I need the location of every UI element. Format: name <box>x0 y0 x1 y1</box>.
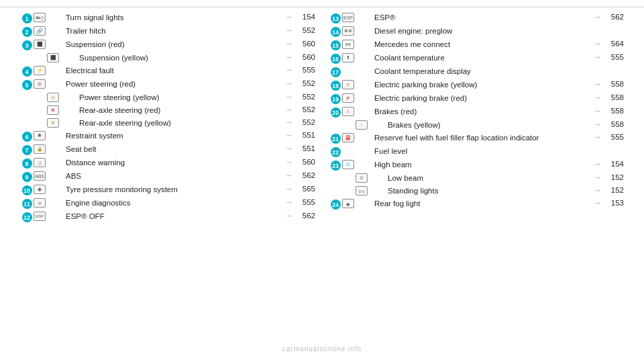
entry-label: Reserve fuel with fuel filler flap locat… <box>372 133 591 144</box>
list-item: ⊙ Low beam → 152 <box>329 173 624 185</box>
entry-icons: 🔗 <box>34 26 63 36</box>
entry-num: 7 <box>20 144 34 155</box>
entry-icons: ⊙ <box>342 160 372 169</box>
list-item: ! Brakes (yellow) → 558 <box>329 120 624 132</box>
entry-label: ESP® <box>372 13 591 24</box>
entry-label: Suspension (yellow) <box>76 53 282 64</box>
restraint-icon: ✱ <box>34 131 46 140</box>
list-item: ◎ Power steering (yellow) → 552 <box>20 93 315 104</box>
entry-icons: ✱ <box>34 131 63 140</box>
rear_fog-icon: ▣ <box>342 199 354 208</box>
entry-num: 20 <box>329 107 342 118</box>
rear_axle_yellow-icon: ⊛ <box>47 118 59 128</box>
brakes_yellow-icon: ! <box>356 120 368 130</box>
entry-num: 21 <box>329 133 342 144</box>
entry-label: Tyre pressure monitoring system <box>63 185 282 195</box>
entry-icons: ! <box>356 120 385 130</box>
entry-num: 19 <box>329 93 342 104</box>
entry-icons: ⊙ <box>356 173 385 183</box>
entry-icons: ◉ <box>34 185 63 194</box>
entry-icons: ▣ <box>342 199 372 208</box>
entry-icons: ⇆◇ <box>34 13 63 22</box>
entry-label: Diesel engine: preglow <box>372 26 594 37</box>
entry-label: ESP® OFF <box>63 212 282 222</box>
entry-num: 12 <box>20 212 34 222</box>
list-item: 21 ⛽ Reserve fuel with fuel filler flap … <box>329 133 624 145</box>
list-item: 17 Coolant temperature display <box>329 66 624 79</box>
tyre-icon: ◉ <box>34 185 46 194</box>
esp-icon: ESP <box>342 13 354 22</box>
list-item: 22 Fuel level <box>329 146 624 159</box>
entry-icons: ⛽ <box>342 133 372 142</box>
entry-num: 24 <box>329 199 342 210</box>
right-column: 13 ESP ESP® → 562 14 ⊗⊗ Diesel engine: p… <box>329 13 624 225</box>
coolant-icon: ⬆ <box>342 53 354 62</box>
power_steering_yellow-icon: ◎ <box>47 93 59 102</box>
entry-icons: 🔒 <box>34 144 63 154</box>
turn_signal-icon: ⇆◇ <box>34 13 46 22</box>
entry-label: Rear-axle steering (yellow) <box>76 118 282 129</box>
entry-label: Power steering (red) <box>63 79 282 90</box>
list-item: 2 🔗 Trailer hitch → 552 <box>20 26 315 38</box>
entry-label: Power steering (yellow) <box>76 93 282 103</box>
page-header <box>0 0 644 7</box>
entry-icons: ME <box>342 40 372 49</box>
entry-label: Mercedes me connect <box>372 40 591 50</box>
entry-label: Trailer hitch <box>63 26 282 37</box>
esp_off-icon: ESP <box>34 212 46 221</box>
epb_red-icon: P <box>342 93 354 103</box>
entry-num: 2 <box>20 26 34 37</box>
entry-label: Restraint system <box>63 131 282 142</box>
entry-num: 3 <box>20 40 34 50</box>
entry-num: 22 <box>329 146 342 157</box>
entry-num: 6 <box>20 131 34 142</box>
entry-num: 15 <box>329 40 342 50</box>
list-item: ⊛ Rear-axle steering (red) → 552 <box>20 105 315 117</box>
entry-icons: ⊙⊙ <box>356 186 385 195</box>
entry-num: 14 <box>329 26 342 37</box>
list-item: 12 ESP ESP® OFF → 562 <box>20 212 315 224</box>
entry-num: 17 <box>329 66 342 77</box>
entry-icons: ◎ <box>47 93 76 102</box>
entry-icons: ESP <box>342 13 372 22</box>
list-item: 11 ⛭ Engine diagnostics → 555 <box>20 198 315 210</box>
entry-icons: ◎ <box>34 79 63 89</box>
entry-icons: △ <box>34 158 63 167</box>
list-item: 9 ABS ABS → 562 <box>20 171 315 183</box>
entry-num: 11 <box>20 198 34 209</box>
list-item: ⊙⊙ Standing lights → 152 <box>329 186 624 197</box>
entry-icons: ⊛ <box>47 118 76 128</box>
list-item: 13 ESP ESP® → 562 <box>329 13 624 25</box>
entry-label: Turn signal lights <box>63 13 282 24</box>
entry-num: 9 <box>20 171 34 182</box>
seatbelt-icon: 🔒 <box>34 144 46 154</box>
entry-label: Seat belt <box>63 144 282 155</box>
entry-label: Standing lights <box>385 186 591 197</box>
distance-icon: △ <box>34 158 46 167</box>
list-item: 23 ⊙ High beam → 154 <box>329 160 624 172</box>
entry-label: Engine diagnostics <box>63 198 282 209</box>
entry-num: 18 <box>329 80 342 91</box>
power_steering_red-icon: ◎ <box>34 79 46 89</box>
entry-icons: ⬛ <box>47 53 76 62</box>
mercedes_me-icon: ME <box>342 40 354 49</box>
entry-icons: ! <box>342 107 372 116</box>
entry-label: Coolant temperature <box>372 53 591 64</box>
entry-num: 8 <box>20 158 34 169</box>
entry-label: Fuel level <box>372 146 594 157</box>
entry-label: Electric parking brake (red) <box>372 93 591 104</box>
list-item: 16 ⬆ Coolant temperature → 555 <box>329 53 624 65</box>
entry-label: Suspension (red) <box>63 40 282 50</box>
entry-label: Electric parking brake (yellow) <box>372 80 591 91</box>
list-item: ⊛ Rear-axle steering (yellow) → 552 <box>20 118 315 130</box>
entry-icons: ⬆ <box>342 53 372 62</box>
entry-icons: ⛭ <box>34 198 63 208</box>
entry-icons: P <box>342 80 372 89</box>
entry-icons: ESP <box>34 212 63 221</box>
main-content: 1 ⇆◇ Turn signal lights → 154 2 🔗 Traile… <box>0 13 644 225</box>
list-item: 8 △ Distance warning → 560 <box>20 158 315 170</box>
brakes_red-icon: ! <box>342 107 354 116</box>
entry-icons: ⚡ <box>34 66 63 75</box>
trailer-icon: 🔗 <box>34 26 46 36</box>
entry-label: Low beam <box>385 173 591 184</box>
